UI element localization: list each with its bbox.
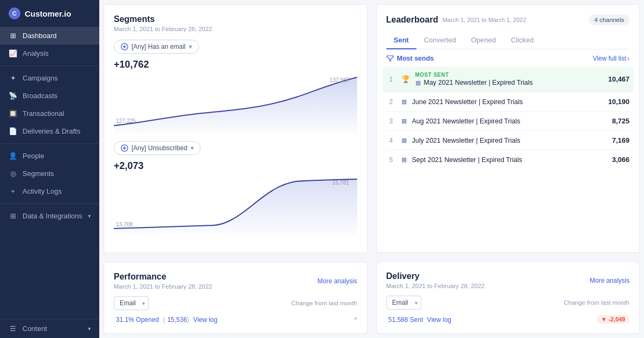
filter-has-email[interactable]: [Any] Has an email ▾ xyxy=(114,40,199,54)
lb-name-4: July 2021 Newsletter | Expired Trials xyxy=(412,137,607,144)
lb-campaign-icon-4: ▦ xyxy=(401,137,407,144)
view-log-link[interactable]: View log xyxy=(193,316,217,324)
filter-label-2: [Any] Unsubscribed xyxy=(131,144,187,152)
sidebar-item-content[interactable]: ☰ Content ▾ xyxy=(0,319,99,338)
performance-card: Performance March 1, 2021 to February 28… xyxy=(104,262,368,334)
delivery-email-select-wrap: Email xyxy=(386,296,421,310)
lb-rank-5: 5 xyxy=(386,156,396,164)
sidebar-item-campaigns[interactable]: ✦ Campaigns xyxy=(0,69,99,87)
lb-campaign-icon-1: ▦ xyxy=(415,79,421,86)
analysis-icon: 📈 xyxy=(9,49,17,57)
filter-unsubscribed[interactable]: [Any] Unsubscribed ▾ xyxy=(114,141,201,155)
sidebar-item-label: Campaigns xyxy=(23,74,58,82)
sidebar: C Customer.io ⊞ Dashboard 📈 Analysis ✦ C… xyxy=(0,0,99,338)
campaigns-icon: ✦ xyxy=(9,74,17,82)
filter-chevron: ▾ xyxy=(189,43,192,50)
sidebar-item-data[interactable]: ⊞ Data & Integrations ▾ xyxy=(0,207,99,225)
leaderboard-row-1: 1 🏆 MOST SENT ▦ May 2021 Newsletter | Ex… xyxy=(382,67,634,92)
lb-rank-3: 3 xyxy=(386,117,396,125)
delivery-delta: ▼ -2,049 xyxy=(597,315,630,324)
delta-icon: ▼ xyxy=(601,316,607,322)
lb-value-3: 8,725 xyxy=(612,117,630,125)
data-icon: ⊞ xyxy=(9,212,17,220)
delivery-more-analysis[interactable]: More analysis xyxy=(590,277,630,284)
leaderboard-header: Leaderboard March 1, 2021 to March 1, 20… xyxy=(386,14,630,25)
delivery-header: Delivery March 1, 2021 to February 28, 2… xyxy=(386,271,630,289)
sidebar-logo: C Customer.io xyxy=(0,0,99,27)
sidebar-item-dashboard[interactable]: ⊞ Dashboard xyxy=(0,27,99,45)
most-sends-label: Most sends xyxy=(386,55,434,62)
tab-clicked[interactable]: Clicked xyxy=(503,32,541,49)
filter-icon-3 xyxy=(386,55,394,62)
performance-more-analysis[interactable]: More analysis xyxy=(317,277,357,285)
sidebar-item-segments[interactable]: ◎ Segments xyxy=(0,165,99,182)
delivery-email-select[interactable]: Email xyxy=(386,296,421,310)
leaderboard-row-3: 3 ▦ Aug 2021 Newsletter | Expired Trials… xyxy=(386,112,630,131)
performance-date: March 1, 2021 to February 28, 2022 xyxy=(114,283,212,290)
performance-change-label: Change from last month xyxy=(291,300,357,306)
sidebar-item-people[interactable]: 👤 People xyxy=(0,147,99,165)
performance-header: Performance March 1, 2021 to February 28… xyxy=(114,272,357,290)
sidebar-item-label: Data & Integrations xyxy=(23,212,82,220)
sidebar-divider xyxy=(0,65,99,66)
segments-card: Segments March 1, 2021 to February 28, 2… xyxy=(104,4,368,253)
lb-name-5: Sept 2021 Newsletter | Expired Trials xyxy=(412,156,607,164)
arrow-right-icon: › xyxy=(627,55,630,62)
sidebar-item-label: Activity Logs xyxy=(23,187,62,195)
logo-text: Customer.io xyxy=(25,9,71,18)
lb-name-3: Aug 2021 Newsletter | Expired Trials xyxy=(412,117,607,125)
activity-logs-icon: + xyxy=(9,187,17,195)
sidebar-item-label: Content xyxy=(23,325,47,333)
lb-rank-1: 1 xyxy=(386,76,396,83)
chart-unsubscribed: 13,708 15,781 xyxy=(114,176,357,235)
lb-campaign-icon-5: ▦ xyxy=(401,156,407,163)
segments-icon: ◎ xyxy=(9,170,17,178)
sidebar-divider-3 xyxy=(0,203,99,204)
filter-chevron-2: ▾ xyxy=(191,144,194,152)
tab-opened[interactable]: Opened xyxy=(464,32,503,49)
sidebar-item-broadcasts[interactable]: 📡 Broadcasts xyxy=(0,87,99,105)
chart-has-email: 127,225 137,987 xyxy=(114,75,357,134)
sidebar-item-label: People xyxy=(23,152,44,160)
chevron-down-icon-2: ▾ xyxy=(88,326,91,332)
lb-value-1: 10,467 xyxy=(608,75,630,83)
content-icon: ☰ xyxy=(9,325,17,333)
most-sends-header: Most sends View full list › xyxy=(386,55,630,62)
performance-stat: 31.1% Opened (15,536) View log xyxy=(114,315,217,324)
leaderboard-date: March 1, 2021 to March 1, 2022 xyxy=(442,17,526,23)
leaderboard-title: Leaderboard xyxy=(386,15,438,25)
sidebar-item-deliveries[interactable]: 📄 Deliveries & Drafts xyxy=(0,122,99,140)
performance-chevron: ^ xyxy=(354,315,357,324)
tab-converted[interactable]: Converted xyxy=(416,32,464,49)
filter-label: [Any] Has an email xyxy=(131,43,186,50)
main-content: Segments March 1, 2021 to February 28, 2… xyxy=(99,0,644,338)
segments-title: Segments xyxy=(114,14,357,24)
filter-icon xyxy=(121,43,128,50)
trophy-icon: 🏆 xyxy=(401,75,410,83)
leaderboard-tabs: Sent Converted Opened Clicked xyxy=(386,32,630,49)
content-grid: Segments March 1, 2021 to February 28, 2… xyxy=(99,0,644,338)
lb-name-1: May 2021 Newsletter | Expired Trials xyxy=(424,79,603,86)
sidebar-item-label: Segments xyxy=(23,170,54,178)
view-full-list-link[interactable]: View full list › xyxy=(593,55,630,62)
broadcasts-icon: 📡 xyxy=(9,92,17,100)
lb-value-2: 10,190 xyxy=(608,98,630,106)
performance-stat-row: 31.1% Opened (15,536) View log ^ xyxy=(114,315,357,324)
sidebar-item-analysis[interactable]: 📈 Analysis xyxy=(0,45,99,62)
lb-rank-2: 2 xyxy=(386,98,396,106)
leaderboard-row-2: 2 ▦ June 2021 Newsletter | Expired Trial… xyxy=(386,92,630,112)
most-sent-badge: MOST SENT xyxy=(415,72,603,78)
chart2-end-label: 15,781 xyxy=(332,180,349,186)
lb-rank-4: 4 xyxy=(386,137,396,144)
logo-icon: C xyxy=(9,8,20,19)
sidebar-item-transactional[interactable]: 🔲 Transactional xyxy=(0,105,99,122)
sidebar-item-activity-logs[interactable]: + Activity Logs xyxy=(0,182,99,200)
tab-sent[interactable]: Sent xyxy=(386,32,416,49)
performance-email-select[interactable]: Email xyxy=(114,296,149,310)
lb-campaign-icon-2: ▦ xyxy=(401,98,407,105)
sidebar-item-label: Dashboard xyxy=(23,32,57,40)
leaderboard-row-4: 4 ▦ July 2021 Newsletter | Expired Trial… xyxy=(386,131,630,150)
people-icon: 👤 xyxy=(9,152,17,160)
delivery-date: March 1, 2021 to February 28, 2022 xyxy=(386,283,485,289)
delivery-view-log-link[interactable]: View log xyxy=(427,316,451,324)
